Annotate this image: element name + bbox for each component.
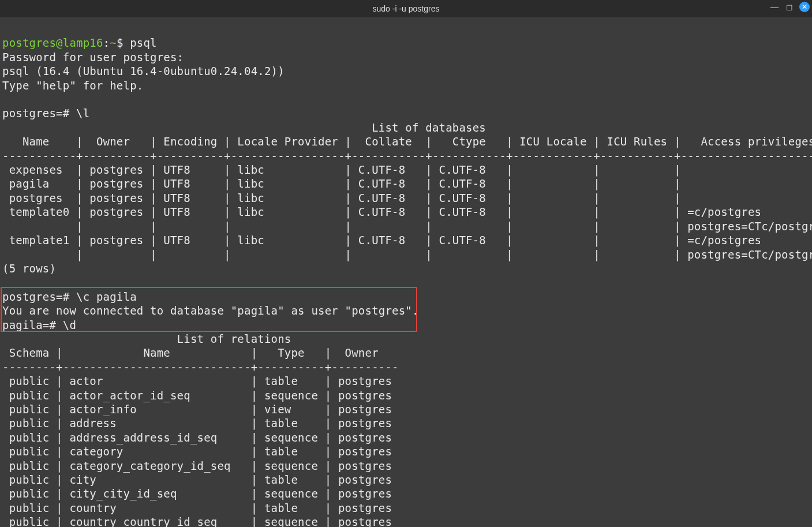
- table-header: Name | Owner | Encoding | Locale Provide…: [2, 135, 812, 148]
- table-row: public | country | table | postgres: [2, 502, 392, 514]
- table-row: expenses | postgres | UTF8 | libc | C.UT…: [2, 163, 687, 176]
- table-row: public | actor_info | view | postgres: [2, 403, 392, 416]
- maximize-button[interactable]: ◻: [784, 2, 795, 12]
- table-title: List of databases: [2, 121, 486, 134]
- window-controls: — ◻ ✕: [769, 2, 810, 12]
- table-row: public | city_city_id_seq | sequence | p…: [2, 487, 392, 500]
- table-row: public | category | table | postgres: [2, 445, 392, 458]
- window-title: sudo -i -u postgres: [373, 4, 440, 13]
- table-row: public | actor_actor_id_seq | sequence |…: [2, 389, 392, 402]
- table-row: public | category_category_id_seq | sequ…: [2, 459, 392, 472]
- table-row: template0 | postgres | UTF8 | libc | C.U…: [2, 205, 812, 218]
- psql-prompt: pagila=# \d: [2, 319, 76, 331]
- table-separator: --------+----------------------------+--…: [2, 361, 399, 373]
- window-titlebar: sudo -i -u postgres — ◻ ✕: [0, 0, 812, 17]
- table-row: public | address | table | postgres: [2, 417, 392, 429]
- table-row: | | | | | | | | postgres=CTc/postgres: [2, 220, 812, 233]
- table-separator: -----------+----------+----------+------…: [2, 149, 812, 162]
- shell-prompt-path: ~: [110, 36, 117, 49]
- table-row: public | actor | table | postgres: [2, 375, 392, 387]
- table-header: Schema | Name | Type | Owner: [2, 346, 399, 359]
- table-row: public | country_country_id_seq | sequen…: [2, 515, 392, 527]
- table-row: template1 | postgres | UTF8 | libc | C.U…: [2, 234, 812, 246]
- table-row: pagila | postgres | UTF8 | libc | C.UTF-…: [2, 177, 687, 190]
- terminal-line: Password for user postgres:: [2, 51, 184, 63]
- shell-command: $ psql: [117, 36, 157, 49]
- table-row: postgres | postgres | UTF8 | libc | C.UT…: [2, 192, 687, 204]
- close-button[interactable]: ✕: [799, 2, 810, 12]
- table-row: public | city | table | postgres: [2, 473, 392, 486]
- row-count: (5 rows): [2, 262, 56, 275]
- terminal-line: Type "help" for help.: [2, 79, 143, 92]
- terminal-output[interactable]: postgres@lamp16:~$ psql Password for use…: [0, 17, 812, 527]
- psql-prompt: postgres=# \l: [2, 107, 89, 119]
- text: :: [103, 36, 110, 49]
- table-row: public | address_address_id_seq | sequen…: [2, 431, 392, 444]
- shell-prompt-user: postgres@lamp16: [2, 36, 103, 49]
- table-title: List of relations: [2, 332, 291, 345]
- psql-prompt: postgres=# \c pagila: [2, 290, 137, 303]
- terminal-line: psql (16.4 (Ubuntu 16.4-0ubuntu0.24.04.2…: [2, 65, 285, 77]
- table-row: | | | | | | | | postgres=CTc/postgres: [2, 248, 812, 261]
- minimize-button[interactable]: —: [769, 2, 780, 12]
- terminal-line: You are now connected to database "pagil…: [2, 304, 419, 317]
